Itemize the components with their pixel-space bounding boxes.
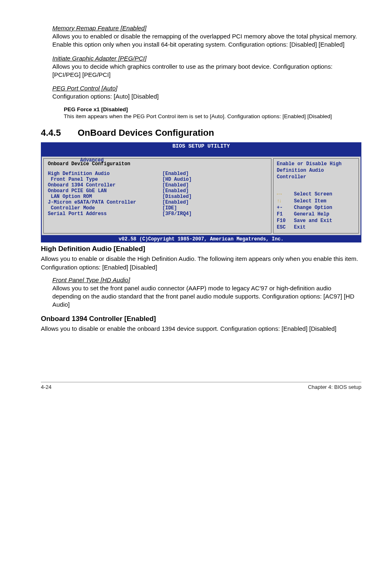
bios-row-label: Controller Mode xyxy=(48,205,162,211)
front-panel-title: Front Panel Type [HD Audio] xyxy=(52,276,361,283)
bios-right-panel: Enable or Disable High Definition Audio … xyxy=(273,158,359,233)
bios-help-text: Enable or Disable High Definition Audio … xyxy=(277,161,355,180)
bios-row-label: Onboard PCIE GbE LAN xyxy=(48,188,162,194)
bios-row-label: LAN Option ROM xyxy=(48,194,162,200)
bios-row-value: [Enabled] xyxy=(162,171,189,177)
bios-nav-row: +-Change Option xyxy=(277,204,355,211)
chapter-label: Chapter 4: BIOS setup xyxy=(308,384,361,390)
bios-row-value: [Enabled] xyxy=(162,182,189,188)
ob1394-body: Allows you to disable or enable the onbo… xyxy=(41,325,361,333)
peg-port-body: Configuration options: [Auto] [Disabled] xyxy=(52,92,361,101)
bios-nav-row: F1General Help xyxy=(277,211,355,218)
page-number: 4-24 xyxy=(41,384,52,390)
bios-row: Onboard PCIE GbE LAN[Enabled] xyxy=(48,188,267,194)
bios-row-label: Onboard 1394 Controller xyxy=(48,182,162,188)
bios-nav-key: F10 xyxy=(277,218,294,224)
bios-row: Front Panel Type[HD Audio] xyxy=(48,177,267,182)
bios-nav-text: General Help xyxy=(294,211,329,218)
bios-row-value: [HD Audio] xyxy=(162,177,192,182)
bios-row: LAN Option ROM[Disabled] xyxy=(48,194,267,200)
arrows-up-down-icon xyxy=(277,198,294,204)
bios-nav-row: ESCExit xyxy=(277,224,355,231)
mem-remap-block: Memory Remap Feature [Enabled] Allows yo… xyxy=(52,25,361,49)
bios-row: Controller Mode[IDE] xyxy=(48,205,267,211)
bios-nav-text: Select Screen xyxy=(294,191,332,197)
section-title: OnBoard Devices Configuration xyxy=(78,128,214,138)
peg-force-title: PEG Force x1 [Disabled] xyxy=(64,106,361,112)
page-footer: 4-24 Chapter 4: BIOS setup xyxy=(41,382,361,390)
bios-row-value: [3F8/IRQ4] xyxy=(162,211,192,217)
bios-row-value: [Disabled] xyxy=(162,194,192,200)
section-number: 4.4.5 xyxy=(41,128,78,138)
mem-remap-title: Memory Remap Feature [Enabled] xyxy=(52,25,361,31)
mem-remap-body: Allows you to enabled or disable the rem… xyxy=(52,32,361,49)
bios-nav-key: F1 xyxy=(277,211,294,218)
bios-title-bar: BIOS SETUP UTILITY xyxy=(41,142,361,150)
bios-nav-row: F10Save and Exit xyxy=(277,218,355,224)
front-panel-body: Allows you to set the front panel audio … xyxy=(52,284,361,309)
bios-nav-row: Select Screen xyxy=(277,191,355,197)
bios-body: Onboard Device Configuraiton High Defini… xyxy=(41,157,361,236)
init-graphic-block: Initiate Graphic Adapter [PEG/PCI] Allow… xyxy=(52,55,361,79)
bios-row-value: [Enabled] xyxy=(162,200,189,205)
bios-footer: v02.58 (C)Copyright 1985-2007, American … xyxy=(41,236,361,242)
bios-row-value: [Enabled] xyxy=(162,188,189,194)
section-heading: 4.4.5OnBoard Devices Configuration xyxy=(41,128,361,138)
bios-row: J-Micron eSATA/PATA Controller[Enabled] xyxy=(48,200,267,205)
peg-force-block: PEG Force x1 [Disabled] This item appear… xyxy=(64,106,361,120)
bios-row-label: High Definition Audio xyxy=(48,171,162,177)
bios-nav-key: +- xyxy=(277,204,294,211)
bios-nav-text: Change Option xyxy=(294,204,332,211)
bios-row: Serial Port1 Address[3F8/IRQ4] xyxy=(48,211,267,217)
ob1394-title: Onboard 1394 Controller [Enabled] xyxy=(41,315,361,323)
bios-row: High Definition Audio[Enabled] xyxy=(48,171,267,177)
bios-row-label: J-Micron eSATA/PATA Controller xyxy=(48,200,162,205)
hd-audio-body: Allows you to enable or disable the High… xyxy=(41,255,361,263)
hd-audio-body2: Configuration options: [Enabled] [Disabl… xyxy=(41,263,361,272)
bios-nav-text: Exit xyxy=(294,224,306,231)
bios-row-value: [IDE] xyxy=(162,205,177,211)
bios-nav-row: Select Item xyxy=(277,198,355,204)
bios-row: Onboard 1394 Controller[Enabled] xyxy=(48,182,267,188)
hd-audio-title: High Definition Audio [Enabled] xyxy=(41,245,361,253)
bios-nav-keys: Select Screen Select Item +-Change Optio… xyxy=(277,191,355,231)
bios-row-label: Serial Port1 Address xyxy=(48,211,162,217)
front-panel-block: Front Panel Type [HD Audio] Allows you t… xyxy=(52,276,361,309)
peg-force-body: This item appears when the PEG Port Cont… xyxy=(64,113,361,120)
bios-nav-text: Save and Exit xyxy=(294,218,332,224)
bios-left-panel: Onboard Device Configuraiton High Defini… xyxy=(43,158,271,233)
init-graphic-body: Allows you to decide which graphics cont… xyxy=(52,63,361,79)
bios-nav-key: ESC xyxy=(277,224,294,231)
init-graphic-title: Initiate Graphic Adapter [PEG/PCI] xyxy=(52,55,361,62)
bios-row-label: Front Panel Type xyxy=(48,177,162,182)
bios-tab-row: Advanced xyxy=(41,150,361,157)
arrows-left-right-icon xyxy=(277,191,294,197)
bios-nav-text: Select Item xyxy=(294,198,326,204)
peg-port-title: PEG Port Control [Auto] xyxy=(52,85,361,92)
bios-screenshot: BIOS SETUP UTILITY Advanced Onboard Devi… xyxy=(41,142,361,242)
bios-panel-title: Onboard Device Configuraiton xyxy=(48,161,267,167)
peg-port-block: PEG Port Control [Auto] Configuration op… xyxy=(52,85,361,101)
